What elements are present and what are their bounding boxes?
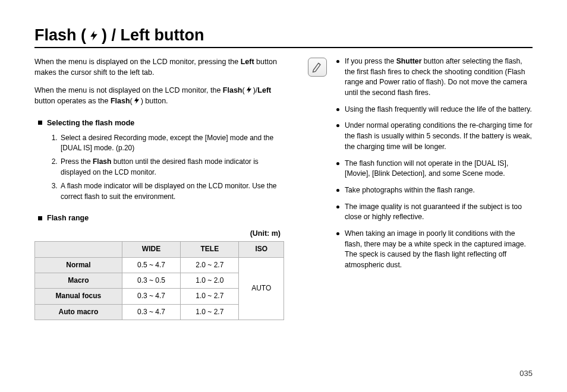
page-number: 035 [519,369,533,378]
content-columns: When the menu is displayed on the LCD mo… [34,56,533,320]
title-prefix: Flash ( [34,26,86,45]
section-heading-range: Flash range [34,213,284,223]
row-label: Auto macro [35,304,122,320]
step-item: Press the Flash button until the desired… [59,157,284,178]
step-item: A flash mode indicator will be displayed… [59,181,284,202]
intro-paragraph-1: When the menu is displayed on the LCD mo… [34,56,284,78]
text: Press the [61,157,93,166]
text: If you press the [345,57,396,65]
left-label: Left [257,86,271,94]
manual-page: Flash ( ) / Left button When the menu is… [0,0,567,392]
note-box: If you press the Shutter button after se… [308,56,533,277]
cell-wide: 0.3 ~ 4.7 [122,289,180,304]
unit-label: (Unit: m) [34,228,281,239]
flash-icon [245,86,253,94]
heading-text: Flash range [47,213,89,223]
row-label: Macro [35,273,122,289]
flash-icon [133,96,141,105]
steps-list: Select a desired Recording mode, except … [34,133,284,202]
flash-label: Flash [223,86,242,94]
flash-label: Flash [93,157,111,166]
row-label: Normal [35,257,122,273]
left-column: When the menu is displayed on the LCD mo… [34,56,284,320]
cell-wide: 0.3 ~ 4.7 [122,304,180,320]
flash-icon [87,29,100,42]
note-icon [308,58,327,77]
flash-label: Flash [111,97,130,105]
title-suffix: ) / Left button [102,26,204,45]
page-title: Flash ( ) / Left button [34,26,533,48]
section-heading-selecting: Selecting the flash mode [34,118,284,128]
text: button operates as the [34,97,111,105]
left-label: Left [241,58,254,66]
flash-range-table: WIDE TELE ISO Normal 0.5 ~ 4.7 2.0 ~ 2.7… [34,241,284,320]
right-column: If you press the Shutter button after se… [308,56,533,320]
list-item: Under normal operating conditions the re… [335,121,533,152]
col-header-tele: TELE [181,242,239,257]
list-item: The flash function will not operate in t… [335,159,533,179]
cell-tele: 1.0 ~ 2.7 [181,304,239,320]
cell-tele: 1.0 ~ 2.7 [181,289,239,304]
cell-wide: 0.3 ~ 0.5 [122,273,180,289]
cell-tele: 2.0 ~ 2.7 [181,257,239,273]
cell-iso: AUTO [239,257,284,320]
intro-paragraph-2: When the menu is not displayed on the LC… [34,85,284,106]
text: ) button. [141,97,168,105]
list-item: If you press the Shutter button after se… [335,56,533,99]
col-header-iso: ISO [239,242,284,257]
list-item: The image quality is not guaranteed if t… [335,202,533,223]
list-item: When taking an image in poorly lit condi… [335,229,533,271]
table-header-row: WIDE TELE ISO [35,242,284,257]
shutter-label: Shutter [396,57,422,65]
table-row: Normal 0.5 ~ 4.7 2.0 ~ 2.7 AUTO [35,257,284,273]
text: When the menu is displayed on the LCD mo… [34,58,241,66]
col-header-wide: WIDE [122,242,180,257]
square-bullet-icon [38,216,42,220]
heading-text: Selecting the flash mode [47,118,134,128]
table-corner [35,242,122,257]
text: When the menu is not displayed on the LC… [34,86,223,94]
cell-wide: 0.5 ~ 4.7 [122,257,180,273]
list-item: Take photographs within the flash range. [335,185,533,196]
list-item: Using the flash frequently will reduce t… [335,105,533,115]
square-bullet-icon [38,121,42,125]
notes-list: If you press the Shutter button after se… [335,56,533,277]
step-item: Select a desired Recording mode, except … [59,133,284,154]
row-label: Manual focus [35,289,122,304]
cell-tele: 1.0 ~ 2.0 [181,273,239,289]
